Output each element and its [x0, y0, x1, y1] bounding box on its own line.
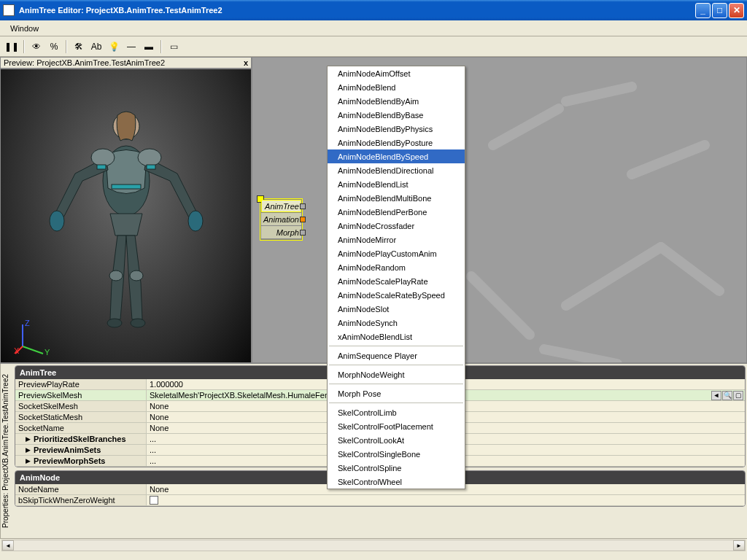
context-menu-item[interactable]: SkelControlSingleBone	[328, 447, 465, 461]
browse-button[interactable]: 🔍	[722, 391, 732, 400]
svg-line-19	[566, 87, 632, 101]
context-menu-item[interactable]: Morph Pose	[328, 386, 465, 400]
context-menu-item[interactable]: AnimNodeBlend	[328, 80, 465, 94]
node-title-row[interactable]: AnimTree	[261, 200, 301, 213]
node-row-animation[interactable]: Animation	[261, 213, 301, 226]
context-menu-item[interactable]: AnimNodeAimOffset	[328, 66, 465, 80]
context-menu-item[interactable]: AnimNodeRandom	[328, 260, 465, 274]
svg-line-20	[566, 247, 661, 306]
property-key: SocketName	[15, 423, 147, 433]
menubar: Window	[0, 20, 747, 36]
eye-icon[interactable]: 👁	[29, 39, 44, 54]
close-button[interactable]: ✕	[729, 3, 744, 18]
svg-text:X: X	[14, 346, 20, 355]
properties-tab[interactable]: Properties: ProjectXB.AnimTree.TestAnimT…	[0, 364, 13, 538]
node-box: AnimTree Animation Morph	[260, 199, 302, 240]
svg-line-25	[471, 276, 530, 335]
pause-button[interactable]: ❚❚	[4, 39, 19, 54]
property-key: ▶PreviewAnimSets	[15, 445, 147, 455]
toolbar-separator	[23, 40, 25, 53]
context-menu-item[interactable]: AnimNodeBlendList	[328, 177, 465, 191]
context-menu-item[interactable]: AnimNodeBlendByPosture	[328, 136, 465, 149]
node-row-morph[interactable]: Morph	[261, 226, 301, 239]
preview-viewport[interactable]: Z Y X	[0, 69, 252, 363]
context-menu-separator	[329, 365, 463, 365]
svg-point-6	[109, 271, 123, 281]
preview-header: Preview: ProjectXB.AnimTree.TestAnimTree…	[0, 57, 252, 69]
window-controls: _ □ ✕	[695, 3, 744, 18]
context-menu-item[interactable]: AnimNodeBlendByBase	[328, 108, 465, 122]
property-key: ▶PreviewMorphSets	[15, 456, 147, 466]
node-connector[interactable]	[300, 203, 306, 209]
checkbox[interactable]	[150, 496, 158, 505]
app-icon	[3, 4, 15, 16]
context-menu-item[interactable]: AnimNodeScalePlayRate	[328, 274, 465, 288]
scroll-track[interactable]	[14, 540, 733, 551]
context-menu-item[interactable]: SkelControlLimb	[328, 405, 465, 419]
horizontal-scrollbar[interactable]: ◄ ►	[1, 540, 746, 551]
property-key: ▶PrioritizedSkelBranches	[15, 434, 147, 444]
preview-close-button[interactable]: x	[244, 58, 248, 67]
context-menu-item[interactable]: AnimNodePlayCustomAnim	[328, 246, 465, 260]
context-menu-item[interactable]: AnimNodeCrossfader	[328, 219, 465, 233]
context-menu-item[interactable]: AnimNodeBlendBySpeed	[328, 149, 465, 163]
context-menu-item[interactable]: AnimNodeSynch	[328, 316, 465, 330]
slider-icon[interactable]: —	[124, 39, 139, 54]
menu-window[interactable]: Window	[4, 23, 44, 34]
expand-arrow-icon[interactable]: ▶	[26, 446, 31, 454]
context-menu-item[interactable]: AnimNodeBlendPerBone	[328, 205, 465, 219]
animtree-node[interactable]: AnimTree Animation Morph	[260, 199, 302, 240]
window-title: AnimTree Editor: ProjectXB.AnimTree.Test…	[19, 6, 695, 15]
svg-point-3	[188, 211, 203, 231]
use-arrow-button[interactable]: ◄	[711, 391, 721, 400]
scroll-right-button[interactable]: ►	[733, 540, 745, 551]
context-menu-item[interactable]: xAnimNodeBlendList	[328, 330, 465, 343]
node-connector[interactable]	[300, 230, 306, 236]
node-connector[interactable]	[300, 217, 306, 222]
scroll-left-button[interactable]: ◄	[2, 540, 14, 551]
context-menu-item[interactable]: AnimNodeMirror	[328, 233, 465, 246]
label-button[interactable]: Ab	[89, 39, 104, 54]
percent-button[interactable]: %	[47, 39, 61, 54]
property-key: SocketStaticMesh	[15, 412, 147, 422]
bulb-icon[interactable]: 💡	[107, 39, 121, 54]
context-menu-separator	[329, 402, 463, 403]
context-menu-item[interactable]: AnimNodeBlendByPhysics	[328, 122, 465, 136]
minimize-button[interactable]: _	[695, 3, 711, 18]
svg-line-24	[493, 109, 559, 145]
bottom-scrollbar-area: ◄ ►	[0, 538, 747, 551]
node-row-label: Animation	[263, 215, 299, 224]
svg-point-7	[130, 271, 143, 281]
context-menu-separator	[329, 384, 463, 384]
misc-button[interactable]: ▭	[166, 39, 181, 54]
context-menu-separator	[329, 346, 463, 346]
svg-point-8	[107, 319, 122, 327]
expand-arrow-icon[interactable]: ▶	[26, 457, 31, 464]
svg-point-5	[138, 149, 161, 166]
node-row-label: Morph	[276, 228, 299, 237]
slider2-icon[interactable]: ▬	[142, 39, 156, 54]
clear-button[interactable]: ▢	[733, 391, 743, 400]
context-menu-item[interactable]: AnimNodeBlendDirectional	[328, 163, 465, 177]
preview-panel: Preview: ProjectXB.AnimTree.TestAnimTree…	[0, 57, 252, 363]
titlebar: AnimTree Editor: ProjectXB.AnimTree.Test…	[0, 0, 747, 20]
property-value[interactable]	[147, 495, 745, 505]
context-menu-item[interactable]: SkelControlSpline	[328, 461, 465, 475]
svg-rect-11	[97, 165, 106, 169]
axis-gizmo: Z Y X	[14, 319, 50, 355]
expand-arrow-icon[interactable]: ▶	[26, 435, 31, 443]
context-menu-item[interactable]: AnimNodeScaleRateBySpeed	[328, 288, 465, 302]
maximize-button[interactable]: □	[712, 3, 727, 18]
context-menu-item[interactable]: AnimSequence Player	[328, 349, 465, 362]
context-menu-item[interactable]: SkelControlFootPlacement	[328, 419, 465, 433]
context-menu-item[interactable]: AnimNodeBlendMultiBone	[328, 191, 465, 205]
toolbar-separator	[160, 40, 162, 53]
context-menu-item[interactable]: SkelControlLookAt	[328, 433, 465, 447]
tools-icon[interactable]: 🛠	[71, 39, 86, 54]
context-menu-item[interactable]: SkelControlWheel	[328, 475, 465, 489]
context-menu-item[interactable]: MorphNodeWeight	[328, 368, 465, 381]
context-menu-item[interactable]: AnimNodeSlot	[328, 302, 465, 316]
property-row[interactable]: bSkipTickWhenZeroWeight	[15, 495, 745, 506]
graph-canvas[interactable]	[252, 57, 747, 363]
context-menu-item[interactable]: AnimNodeBlendByAim	[328, 94, 465, 108]
